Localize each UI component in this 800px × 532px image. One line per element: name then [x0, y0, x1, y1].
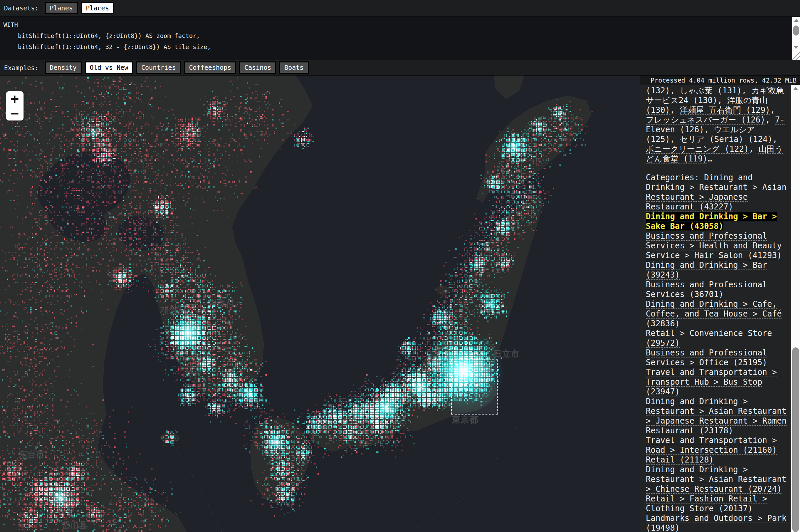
scroll-up-icon[interactable] — [794, 19, 799, 22]
results-sidebar: (132), しゃぶ葉 (131), カギ救急サービス24 (130), 洋服の… — [640, 85, 791, 532]
category-link[interactable]: Dining and Drinking > Cafe, Coffee, and … — [646, 299, 782, 328]
category-link[interactable]: Retail > Fashion Retail > Clothing Store… — [646, 494, 767, 513]
category-link[interactable]: Business and Professional Services > Off… — [646, 348, 767, 367]
category-link[interactable]: Travel and Transportation > Road > Inter… — [646, 436, 777, 455]
category-link[interactable]: Business and Professional Services > Hea… — [646, 231, 782, 260]
category-link[interactable]: Retail > Convenience Store (29572) — [646, 328, 772, 348]
scroll-down-icon[interactable] — [794, 46, 798, 49]
editor-scrollbar[interactable] — [792, 17, 800, 51]
dataset-button-planes[interactable]: Planes — [45, 2, 78, 15]
example-button-density[interactable]: Density — [45, 61, 81, 74]
brand-link[interactable]: (132) — [646, 86, 670, 95]
dataset-button-places[interactable]: Places — [81, 2, 114, 15]
sidebar-scrollbar[interactable] — [791, 85, 800, 532]
sql-code[interactable]: WITH bitShiftLeft(1::UInt64, {z:UInt8}) … — [0, 16, 800, 52]
examples-label: Examples: — [4, 64, 39, 72]
datasets-bar: Datasets: PlanesPlaces — [0, 0, 800, 16]
brand-link[interactable]: フレッシュネスバーガー (126) — [646, 115, 765, 125]
example-button-countries[interactable]: Countries — [136, 61, 181, 74]
datasets-label: Datasets: — [4, 4, 39, 12]
category-link[interactable]: Retail (21128) — [646, 455, 714, 464]
zoom-in-button[interactable]: + — [6, 91, 23, 106]
map-place-label: 岱山县 — [61, 519, 88, 531]
category-link[interactable]: Business and Professional Services (3670… — [646, 280, 767, 299]
example-button-boats[interactable]: Boats — [279, 61, 308, 74]
map-place-label: 日立市 — [493, 348, 520, 360]
examples-button-group: DensityOld vs NewCountriesCoffeeshopsCas… — [45, 61, 312, 74]
brand-link[interactable]: セリア (Seria) (124) — [680, 135, 772, 144]
map-zoom-control: + − — [6, 91, 23, 120]
sidebar-scrollbar-thumb[interactable] — [792, 347, 799, 532]
category-link[interactable]: Dining and Drinking > Restaurant > Asian… — [646, 465, 786, 494]
category-link[interactable]: Landmarks and Outdoors > Park (19498) — [646, 514, 786, 532]
editor-scrollbar-thumb[interactable] — [793, 25, 799, 36]
status-text: Processed 4.04 million rows, 42.32 MiB — [651, 77, 797, 84]
resize-grip-icon[interactable] — [792, 51, 800, 60]
map-canvas[interactable] — [0, 76, 640, 532]
map-place-label: 东台市 — [18, 449, 45, 460]
examples-bar: Examples: DensityOld vs NewCountriesCoff… — [0, 60, 800, 76]
map-place-label: 개성시 — [160, 304, 186, 316]
categories-paragraph: Categories: Dining and Drinking > Restau… — [646, 173, 787, 532]
category-link[interactable]: Dining and Drinking > Bar (39243) — [646, 261, 767, 280]
map-place-label: 東京都 — [452, 414, 478, 425]
category-link[interactable]: Dining and Drinking > Restaurant > Asian… — [646, 397, 786, 435]
brands-paragraph: (132), しゃぶ葉 (131), カギ救急サービス24 (130), 洋服の… — [646, 86, 787, 164]
sql-editor: WITH bitShiftLeft(1::UInt64, {z:UInt8}) … — [0, 16, 800, 60]
selection-rectangle[interactable] — [451, 360, 497, 415]
zoom-out-button[interactable]: − — [6, 106, 23, 120]
app-window: Datasets: PlanesPlaces WITH bitShiftLeft… — [0, 0, 800, 532]
scroll-up-icon[interactable] — [793, 87, 798, 90]
categories-label: Categories: — [646, 173, 704, 182]
datasets-button-group: PlanesPlaces — [45, 2, 117, 15]
map-place-label: 속초시 — [208, 297, 235, 309]
example-button-coffeeshops[interactable]: Coffeeshops — [184, 61, 236, 74]
category-link[interactable]: Travel and Transportation > Transport Hu… — [646, 367, 777, 396]
map-viewport[interactable]: 日立市東京都속초시개성시东台市岱山县 + − — [0, 76, 640, 532]
brand-link[interactable]: ポニークリーニング (122) — [646, 144, 749, 154]
example-button-casinos[interactable]: Casinos — [239, 61, 276, 74]
brand-link[interactable]: 洋麺屋 五右衛門 (129) — [680, 106, 770, 115]
main-area: 日立市東京都속초시개성시东台市岱山县 + − Processed 4.04 mi… — [0, 76, 800, 532]
brand-link[interactable]: しゃぶ葉 (131) — [680, 86, 742, 95]
example-button-old-vs-new[interactable]: Old vs New — [85, 61, 133, 74]
category-link-selected[interactable]: Dining and Drinking > Bar > Sake Bar (43… — [646, 212, 777, 231]
status-bar: Processed 4.04 million rows, 42.32 MiB — [640, 76, 800, 85]
